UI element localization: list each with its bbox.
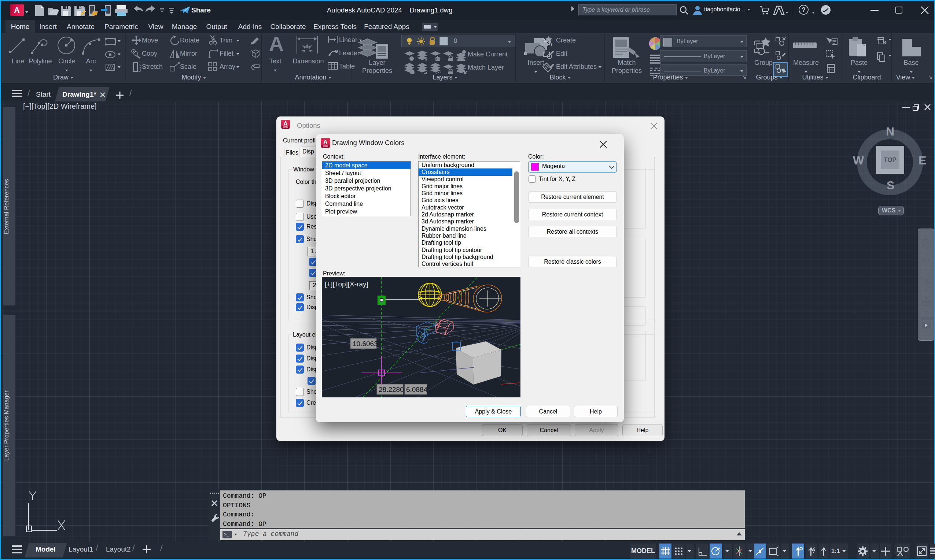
svg-text:6.0884: 6.0884 (406, 386, 428, 393)
svg-text:[+][Top][X-ray]: [+][Top][X-ray] (325, 280, 368, 288)
svg-text:10.6063: 10.6063 (353, 340, 378, 348)
svg-text:28.2280: 28.2280 (379, 386, 404, 393)
